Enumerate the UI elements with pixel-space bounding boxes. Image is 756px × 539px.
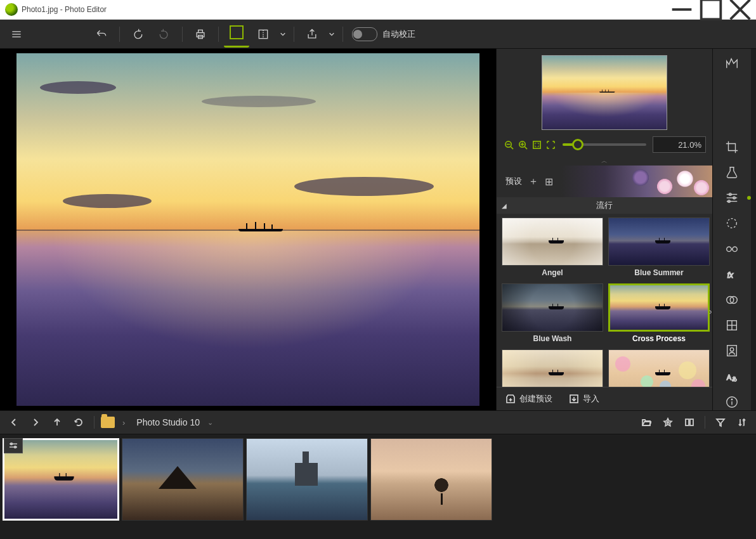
preset-grid: Angel Blue Summer Blue Wash Cross Proces…: [497, 214, 712, 387]
compare-button[interactable]: [681, 413, 698, 431]
toggle-switch-icon: [352, 27, 377, 41]
preset-item-angel[interactable]: Angel: [502, 218, 603, 281]
share-button[interactable]: [299, 23, 325, 46]
svg-rect-49: [690, 419, 693, 425]
redo-step-button[interactable]: [152, 23, 177, 46]
preset-item-happiness[interactable]: Happiness: [608, 349, 710, 387]
main-photo: [16, 53, 479, 406]
open-folder-button[interactable]: [637, 413, 655, 431]
grid-tool-icon[interactable]: [719, 317, 745, 334]
zoom-in-button[interactable]: [517, 139, 528, 150]
header-decoration: [617, 166, 712, 197]
zoom-actual-button[interactable]: [545, 139, 556, 150]
filmstrip-thumb-4[interactable]: [370, 438, 492, 521]
nav-refresh-button[interactable]: [70, 413, 88, 431]
minimize-button[interactable]: [667, 0, 696, 19]
presets-header-label: 预设: [505, 176, 522, 187]
add-preset-icon[interactable]: ＋: [528, 175, 538, 188]
svg-point-31: [733, 247, 737, 252]
filmstrip: [0, 434, 756, 539]
glasses-tool-icon[interactable]: [719, 240, 745, 257]
nav-back-button[interactable]: [5, 413, 23, 431]
auto-correct-label: 自动校正: [382, 29, 415, 40]
svg-point-45: [731, 399, 732, 399]
crop-dropdown-button[interactable]: [277, 23, 289, 46]
right-panel: 21.0% ︿ 预设 ＋ ⊞ ◢ 流行 Angel: [496, 49, 712, 410]
zoom-slider[interactable]: [563, 143, 646, 146]
breadcrumb[interactable]: Photo Studio 10: [136, 417, 200, 427]
filmstrip-thumb-2[interactable]: [122, 438, 244, 521]
svg-line-16: [525, 146, 527, 149]
crop-ratio-button[interactable]: [251, 23, 276, 46]
grid-view-icon[interactable]: ⊞: [545, 176, 553, 188]
zoom-controls: 21.0%: [497, 133, 712, 157]
crop-free-button[interactable]: [224, 21, 249, 48]
expand-sidebar-icon[interactable]: ›: [709, 306, 712, 316]
collapse-navigator-button[interactable]: ︿: [497, 157, 712, 166]
svg-rect-19: [533, 141, 540, 148]
canvas-area[interactable]: [0, 49, 496, 410]
preset-item-flavour[interactable]: Flavour: [502, 349, 603, 387]
svg-line-13: [511, 146, 513, 149]
filmstrip-thumb-3[interactable]: [246, 438, 368, 521]
svg-point-29: [727, 219, 737, 228]
svg-rect-8: [199, 30, 203, 32]
undo-button[interactable]: [89, 23, 114, 46]
window-title: Photo1.jpg - Photo Editor: [22, 5, 107, 14]
svg-text:fx: fx: [727, 270, 734, 279]
sort-button[interactable]: AZ: [733, 413, 751, 431]
filmstrip-settings-button[interactable]: [4, 438, 23, 453]
print-button[interactable]: [188, 23, 213, 46]
share-dropdown-button[interactable]: [326, 23, 337, 46]
filter-button[interactable]: [712, 413, 729, 431]
menu-button[interactable]: [4, 23, 29, 46]
zoom-out-button[interactable]: [503, 139, 514, 150]
svg-point-30: [727, 247, 731, 252]
preset-footer: 创建预设 导入: [497, 387, 712, 410]
preset-item-cross-process[interactable]: Cross Process: [608, 283, 710, 347]
browser-toolbar: › Photo Studio 10 ⌄ AZ: [0, 410, 756, 434]
import-preset-button[interactable]: 导入: [569, 393, 599, 405]
overlap-tool-icon[interactable]: [719, 292, 745, 308]
zoom-value-input[interactable]: 21.0%: [653, 136, 706, 153]
title-bar: Photo1.jpg - Photo Editor: [0, 0, 756, 20]
preset-category-label: 流行: [596, 200, 613, 211]
fx-tool-icon[interactable]: fx: [719, 266, 745, 283]
nav-forward-button[interactable]: [27, 413, 44, 431]
side-tool-strip: fx Aあ ›: [712, 49, 751, 410]
svg-rect-39: [727, 346, 737, 356]
navigator-thumb[interactable]: [542, 55, 667, 130]
svg-rect-48: [686, 419, 689, 425]
close-button[interactable]: [726, 0, 755, 19]
zoom-fit-button[interactable]: [531, 139, 542, 150]
preset-item-blue-wash[interactable]: Blue Wash: [502, 283, 603, 347]
histogram-tool-icon[interactable]: [719, 55, 745, 72]
text-tool-icon[interactable]: Aあ: [719, 368, 745, 385]
svg-text:A: A: [727, 373, 732, 380]
preset-category-header[interactable]: ◢ 流行: [497, 197, 712, 214]
auto-correct-toggle[interactable]: 自动校正: [348, 23, 419, 46]
svg-text:Z: Z: [743, 423, 745, 427]
lab-tool-icon[interactable]: [719, 164, 745, 181]
navigator-preview: [497, 49, 712, 133]
svg-point-40: [730, 348, 734, 352]
crop-tool-icon[interactable]: [719, 138, 745, 155]
svg-text:あ: あ: [732, 376, 737, 382]
selection-tool-icon[interactable]: [719, 215, 745, 231]
adjust-tool-icon[interactable]: [719, 190, 745, 206]
undo-step-button[interactable]: [125, 23, 150, 46]
maximize-button[interactable]: [696, 0, 726, 19]
presets-header: 预设 ＋ ⊞: [497, 166, 712, 197]
favorite-button[interactable]: [659, 413, 677, 431]
svg-rect-1: [701, 0, 721, 19]
folder-icon[interactable]: [101, 417, 115, 428]
svg-rect-7: [197, 32, 204, 37]
main-toolbar: 自动校正: [0, 20, 756, 49]
portrait-tool-icon[interactable]: [719, 342, 745, 359]
collapse-category-icon: ◢: [502, 202, 507, 209]
create-preset-button[interactable]: 创建预设: [505, 393, 552, 405]
nav-up-button[interactable]: [48, 413, 66, 431]
app-logo-icon: [5, 3, 18, 16]
info-tool-icon[interactable]: [719, 394, 745, 410]
preset-item-blue-summer[interactable]: Blue Summer: [608, 218, 710, 281]
